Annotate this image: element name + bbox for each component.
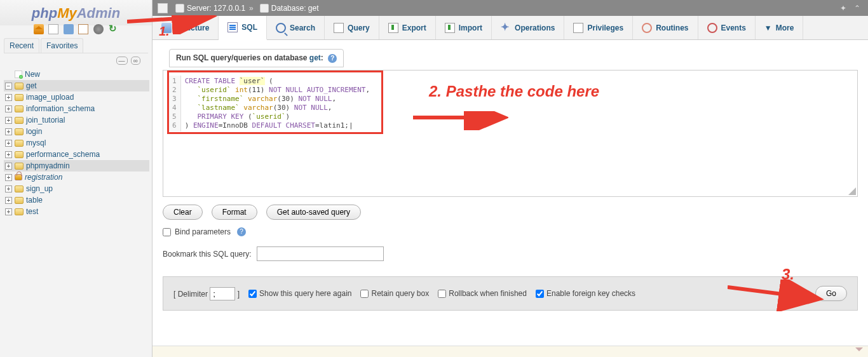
expand-icon[interactable] bbox=[5, 197, 12, 204]
logout-icon[interactable] bbox=[48, 24, 58, 34]
tree-new[interactable]: New bbox=[4, 69, 149, 80]
tree-item-information_schema[interactable]: information_schema bbox=[4, 103, 149, 114]
retain-option[interactable]: Retain query box bbox=[360, 289, 429, 298]
recent-tab[interactable]: Recent bbox=[4, 38, 39, 53]
format-button[interactable]: Format bbox=[212, 205, 257, 220]
tree-item-label: registration bbox=[25, 173, 62, 182]
tree-item-registration[interactable]: registration bbox=[4, 172, 149, 183]
tree-item-image_upload[interactable]: image_upload bbox=[4, 91, 149, 103]
bind-help-icon[interactable]: ? bbox=[237, 227, 246, 236]
link-icon[interactable]: ∞ bbox=[131, 57, 140, 65]
expand-icon[interactable] bbox=[5, 140, 12, 147]
server-value[interactable]: 127.0.0.1 bbox=[214, 4, 245, 13]
rollback-option[interactable]: Rollback when finished bbox=[438, 289, 527, 298]
structure-icon bbox=[161, 23, 172, 33]
resize-handle-icon[interactable] bbox=[848, 187, 856, 195]
show-again-label: Show this query here again bbox=[259, 289, 351, 298]
tab-routines[interactable]: Routines bbox=[633, 16, 698, 39]
database-icon bbox=[260, 4, 269, 13]
favorites-tab[interactable]: Favorites bbox=[41, 38, 83, 53]
console-bar[interactable] bbox=[153, 346, 868, 357]
bind-params-checkbox[interactable] bbox=[163, 228, 171, 236]
fk-option[interactable]: Enable foreign key checks bbox=[536, 289, 635, 298]
autosaved-button[interactable]: Get auto-saved query bbox=[266, 205, 361, 220]
tab-privileges[interactable]: Privileges bbox=[564, 16, 633, 39]
rollback-checkbox[interactable] bbox=[438, 290, 446, 298]
code-area[interactable]: CREATE TABLE `user` ( `userid` int(11) N… bbox=[181, 76, 374, 131]
export-icon bbox=[388, 23, 398, 33]
tab-structure[interactable]: Structure bbox=[153, 16, 219, 39]
tree-item-performance_schema[interactable]: performance_schema bbox=[4, 149, 149, 160]
events-icon bbox=[707, 23, 717, 33]
retain-checkbox[interactable] bbox=[360, 290, 369, 298]
tree-item-login[interactable]: login bbox=[4, 126, 149, 137]
fk-checkbox[interactable] bbox=[536, 290, 544, 298]
navsql-icon[interactable] bbox=[78, 24, 88, 34]
tab-more[interactable]: ▼More bbox=[756, 16, 804, 39]
docs-icon[interactable] bbox=[64, 24, 74, 34]
expand-icon[interactable] bbox=[5, 83, 12, 90]
go-button[interactable]: Go bbox=[815, 286, 847, 301]
logo[interactable]: phpMyAdmin bbox=[0, 0, 152, 23]
query-icon bbox=[334, 23, 344, 33]
reload-icon[interactable]: ↻ bbox=[108, 24, 118, 34]
clear-button[interactable]: Clear bbox=[163, 205, 203, 220]
tab-operations[interactable]: ✦Operations bbox=[492, 16, 564, 39]
expand-icon[interactable] bbox=[5, 208, 12, 215]
page-settings-icon[interactable]: ✦ bbox=[840, 4, 849, 13]
tree-item-label: sign_up bbox=[26, 184, 53, 193]
tab-query[interactable]: Query bbox=[325, 16, 379, 39]
delimiter-close: ] bbox=[238, 290, 240, 299]
database-label: Database: bbox=[271, 4, 306, 13]
bookmark-input[interactable] bbox=[257, 246, 384, 261]
tabs: StructureSQLSearchQueryExportImport✦Oper… bbox=[153, 16, 868, 40]
show-again-checkbox[interactable] bbox=[248, 290, 257, 298]
database-value[interactable]: get bbox=[308, 4, 319, 13]
home-icon[interactable] bbox=[34, 24, 44, 34]
help-icon[interactable]: ? bbox=[328, 54, 337, 63]
tree-new-label: New bbox=[25, 70, 40, 79]
query-header-db[interactable]: get bbox=[309, 53, 321, 62]
tab-events[interactable]: Events bbox=[698, 16, 756, 39]
tree-item-join_tutorial[interactable]: join_tutorial bbox=[4, 114, 149, 126]
tab-label: Routines bbox=[656, 24, 688, 32]
tree-item-phpmyadmin[interactable]: phpmyadmin bbox=[4, 160, 149, 172]
expand-icon[interactable] bbox=[5, 185, 12, 192]
tree-item-sign_up[interactable]: sign_up bbox=[4, 183, 149, 194]
sql-editor[interactable]: 123456 CREATE TABLE `user` ( `userid` in… bbox=[163, 70, 858, 197]
tree-item-test[interactable]: test bbox=[4, 206, 149, 217]
panel-toggle-icon[interactable] bbox=[158, 3, 168, 13]
tab-search[interactable]: Search bbox=[267, 16, 325, 39]
tab-import[interactable]: Import bbox=[436, 16, 492, 39]
expand-icon[interactable] bbox=[5, 163, 12, 170]
delimiter-input[interactable] bbox=[210, 287, 235, 300]
expand-icon[interactable] bbox=[5, 105, 12, 112]
tree-item-label: test bbox=[26, 207, 38, 216]
breadcrumb-separator: » bbox=[249, 4, 254, 13]
tree-item-table[interactable]: table bbox=[4, 194, 149, 206]
operations-icon: ✦ bbox=[501, 23, 511, 33]
console-toggle-icon[interactable] bbox=[855, 347, 863, 355]
show-again-option[interactable]: Show this query here again bbox=[248, 289, 351, 298]
tree-item-get[interactable]: get bbox=[4, 80, 149, 91]
settings-icon[interactable] bbox=[93, 24, 104, 34]
logo-my: My bbox=[57, 5, 77, 21]
expand-icon[interactable] bbox=[5, 128, 12, 135]
privileges-icon bbox=[573, 23, 583, 33]
database-icon bbox=[15, 140, 24, 147]
database-icon bbox=[15, 163, 24, 170]
bind-params-row: Bind parameters ? bbox=[163, 227, 858, 236]
expand-icon[interactable] bbox=[5, 117, 12, 124]
bind-params-label: Bind parameters bbox=[175, 227, 231, 236]
tab-export[interactable]: Export bbox=[379, 16, 436, 39]
tree-item-mysql[interactable]: mysql bbox=[4, 137, 149, 149]
tab-sql[interactable]: SQL bbox=[219, 16, 267, 40]
expand-icon[interactable] bbox=[5, 94, 12, 101]
expand-icon[interactable] bbox=[5, 151, 12, 158]
tab-label: SQL bbox=[241, 23, 257, 32]
collapse-all-icon[interactable]: — bbox=[116, 57, 128, 65]
expand-icon[interactable] bbox=[5, 174, 12, 181]
collapse-top-icon[interactable]: ⌃ bbox=[854, 4, 863, 13]
database-icon bbox=[15, 117, 24, 124]
sql-icon bbox=[227, 22, 238, 32]
